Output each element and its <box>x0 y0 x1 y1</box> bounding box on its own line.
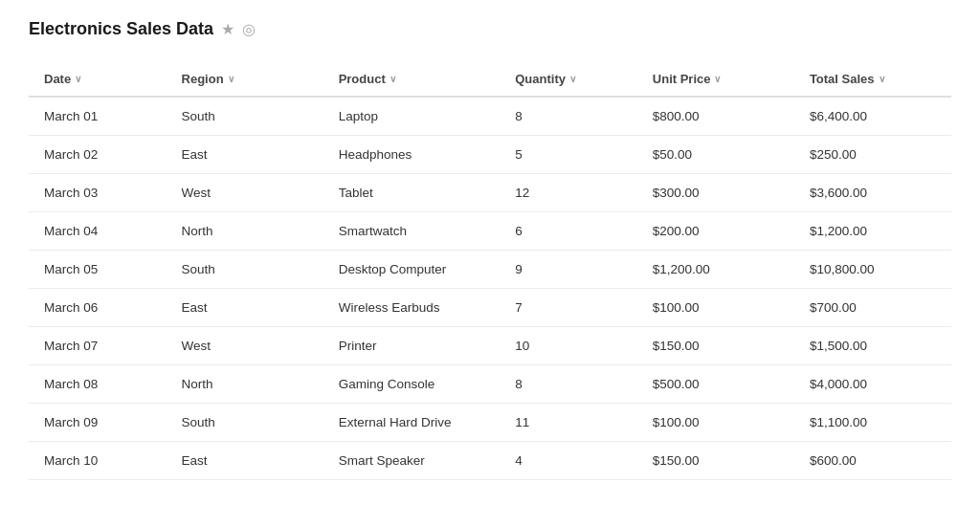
sort-icon-date: ∨ <box>75 74 81 84</box>
table-row: March 03WestTablet12$300.00$3,600.00 <box>29 174 951 212</box>
cell-unit_price: $150.00 <box>637 442 794 480</box>
cell-region: South <box>167 251 323 289</box>
table-body: March 01SouthLaptop8$800.00$6,400.00Marc… <box>29 97 951 480</box>
cell-quantity: 12 <box>500 174 637 212</box>
star-icon[interactable]: ★ <box>221 20 234 38</box>
table-row: March 04NorthSmartwatch6$200.00$1,200.00 <box>29 212 951 251</box>
cell-total_sales: $250.00 <box>794 136 951 174</box>
cell-date: March 04 <box>29 212 167 251</box>
cell-quantity: 8 <box>500 365 637 404</box>
cell-quantity: 4 <box>500 442 637 480</box>
cell-region: West <box>167 327 323 365</box>
cell-unit_price: $100.00 <box>637 289 794 327</box>
cell-total_sales: $1,100.00 <box>794 404 951 442</box>
cell-product: Smart Speaker <box>323 442 501 480</box>
table-row: March 06EastWireless Earbuds7$100.00$700… <box>29 289 951 327</box>
cell-quantity: 6 <box>500 212 637 251</box>
col-product-label: Product <box>339 72 386 86</box>
cell-total_sales: $3,600.00 <box>794 174 951 212</box>
col-header-product[interactable]: Product ∨ <box>323 62 501 97</box>
cell-product: Headphones <box>323 136 501 174</box>
cell-quantity: 9 <box>500 251 637 289</box>
col-header-total-sales[interactable]: Total Sales ∨ <box>794 62 951 97</box>
col-unit-price-label: Unit Price <box>653 72 711 86</box>
cell-unit_price: $1,200.00 <box>637 251 794 289</box>
page-header: Electronics Sales Data ★ ◎ <box>29 19 951 39</box>
table-row: March 08NorthGaming Console8$500.00$4,00… <box>29 365 951 404</box>
cell-quantity: 10 <box>500 327 637 365</box>
sort-icon-quantity: ∨ <box>569 74 576 84</box>
cell-region: South <box>167 404 323 442</box>
circle-icon[interactable]: ◎ <box>242 20 256 38</box>
cell-date: March 10 <box>29 442 167 480</box>
cell-product: Wireless Earbuds <box>323 289 501 327</box>
sort-icon-product: ∨ <box>390 74 396 84</box>
cell-region: North <box>167 212 323 251</box>
table-row: March 02EastHeadphones5$50.00$250.00 <box>29 136 951 174</box>
cell-total_sales: $1,200.00 <box>794 212 951 251</box>
cell-quantity: 8 <box>500 97 637 136</box>
cell-date: March 06 <box>29 289 167 327</box>
sort-icon-unit-price: ∨ <box>714 74 721 84</box>
cell-product: Gaming Console <box>323 365 501 404</box>
cell-quantity: 5 <box>500 136 637 174</box>
page-title: Electronics Sales Data <box>29 19 213 39</box>
cell-region: East <box>167 442 323 480</box>
cell-date: March 07 <box>29 327 167 365</box>
cell-total_sales: $4,000.00 <box>794 365 951 404</box>
cell-date: March 02 <box>29 136 167 174</box>
col-header-quantity[interactable]: Quantity ∨ <box>500 62 637 97</box>
cell-date: March 01 <box>29 97 167 136</box>
sort-icon-total-sales: ∨ <box>879 74 885 84</box>
table-row: March 01SouthLaptop8$800.00$6,400.00 <box>29 97 951 136</box>
cell-date: March 09 <box>29 404 167 442</box>
cell-total_sales: $700.00 <box>794 289 951 327</box>
cell-product: Smartwatch <box>323 212 501 251</box>
cell-unit_price: $800.00 <box>637 97 794 136</box>
header-row: Date ∨ Region ∨ Product ∨ Quantity <box>29 62 951 97</box>
cell-product: Tablet <box>323 174 501 212</box>
table-row: March 05SouthDesktop Computer9$1,200.00$… <box>29 251 951 289</box>
table-row: March 09SouthExternal Hard Drive11$100.0… <box>29 404 951 442</box>
cell-total_sales: $6,400.00 <box>794 97 951 136</box>
cell-total_sales: $1,500.00 <box>794 327 951 365</box>
cell-region: West <box>167 174 323 212</box>
sort-icon-region: ∨ <box>228 74 234 84</box>
cell-date: March 03 <box>29 174 167 212</box>
cell-quantity: 11 <box>500 404 637 442</box>
cell-region: East <box>167 289 323 327</box>
cell-unit_price: $100.00 <box>637 404 794 442</box>
cell-unit_price: $300.00 <box>637 174 794 212</box>
col-header-region[interactable]: Region ∨ <box>167 62 323 97</box>
col-date-label: Date <box>44 72 71 86</box>
cell-date: March 08 <box>29 365 167 404</box>
col-header-date[interactable]: Date ∨ <box>29 62 167 97</box>
cell-region: South <box>167 97 323 136</box>
cell-product: Desktop Computer <box>323 251 501 289</box>
cell-quantity: 7 <box>500 289 637 327</box>
cell-unit_price: $50.00 <box>637 136 794 174</box>
col-total-sales-label: Total Sales <box>810 72 875 86</box>
cell-region: North <box>167 365 323 404</box>
cell-unit_price: $500.00 <box>637 365 794 404</box>
cell-region: East <box>167 136 323 174</box>
sales-table: Date ∨ Region ∨ Product ∨ Quantity <box>29 62 951 480</box>
table-row: March 07WestPrinter10$150.00$1,500.00 <box>29 327 951 365</box>
cell-unit_price: $200.00 <box>637 212 794 251</box>
col-region-label: Region <box>182 72 224 86</box>
cell-total_sales: $10,800.00 <box>794 251 951 289</box>
table-header: Date ∨ Region ∨ Product ∨ Quantity <box>29 62 951 97</box>
table-row: March 10EastSmart Speaker4$150.00$600.00 <box>29 442 951 480</box>
col-quantity-label: Quantity <box>515 72 566 86</box>
cell-product: Laptop <box>323 97 501 136</box>
cell-unit_price: $150.00 <box>637 327 794 365</box>
cell-product: External Hard Drive <box>323 404 501 442</box>
cell-total_sales: $600.00 <box>794 442 951 480</box>
cell-product: Printer <box>323 327 501 365</box>
cell-date: March 05 <box>29 251 167 289</box>
col-header-unit-price[interactable]: Unit Price ∨ <box>637 62 794 97</box>
